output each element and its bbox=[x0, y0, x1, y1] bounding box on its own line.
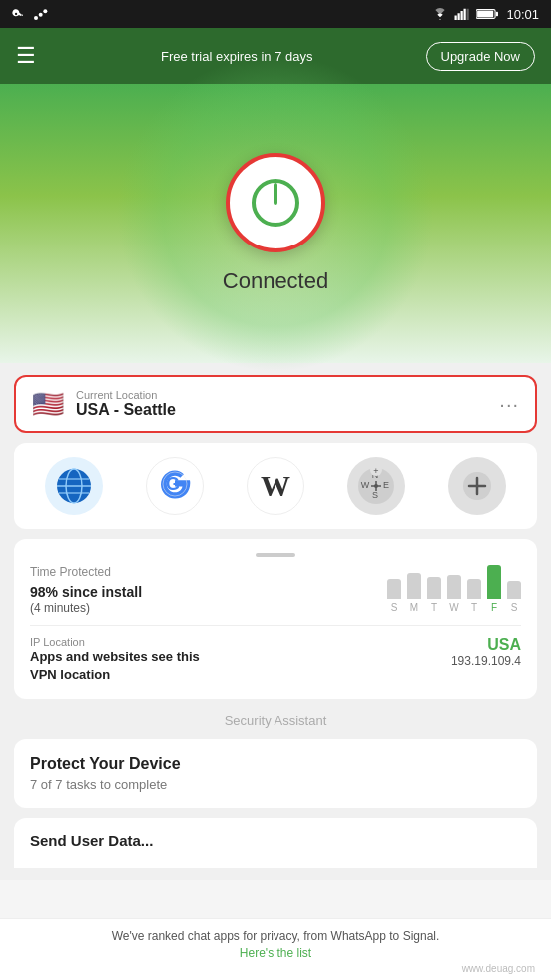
svg-rect-6 bbox=[464, 9, 466, 20]
svg-rect-4 bbox=[458, 13, 460, 20]
svg-point-27 bbox=[374, 484, 378, 488]
wifi-icon bbox=[432, 8, 448, 20]
day-label-sat: S bbox=[511, 602, 518, 613]
scroll-indicator bbox=[256, 553, 295, 557]
ip-label: IP Location bbox=[30, 636, 200, 648]
day-bar-mon bbox=[407, 573, 421, 599]
status-bar-left-icons bbox=[12, 7, 50, 21]
svg-text:S: S bbox=[372, 490, 378, 500]
add-site-icon[interactable] bbox=[448, 457, 506, 515]
ip-info-left: IP Location Apps and websites see thisVP… bbox=[30, 636, 200, 684]
add-svg bbox=[462, 471, 492, 501]
svg-text:E: E bbox=[383, 480, 389, 490]
location-name: USA - Seattle bbox=[76, 401, 487, 419]
svg-rect-10 bbox=[478, 11, 494, 18]
status-bar: 10:01 bbox=[0, 0, 551, 28]
connection-status-label: Connected bbox=[223, 268, 328, 294]
svg-text:W: W bbox=[361, 480, 370, 490]
bottom-link[interactable]: Here's the list bbox=[240, 946, 311, 960]
time-protected-bars: S M T W bbox=[387, 565, 521, 613]
google-quick-icon[interactable]: G G bbox=[146, 457, 204, 515]
svg-point-2 bbox=[43, 9, 47, 13]
globe-svg bbox=[55, 467, 93, 505]
day-col-fri: F bbox=[487, 565, 501, 613]
day-label-mon: M bbox=[410, 602, 418, 613]
day-col-tue: T bbox=[427, 577, 441, 613]
status-bar-right-icons: 10:01 bbox=[432, 7, 539, 22]
quick-access-card: G G W N E S W + bbox=[14, 443, 537, 529]
ip-info-right: USA 193.19.109.4 bbox=[451, 636, 521, 668]
day-bar-fri bbox=[487, 565, 501, 599]
partial-card-title: Send User Data... bbox=[30, 832, 521, 849]
svg-rect-5 bbox=[461, 11, 463, 20]
power-button[interactable] bbox=[226, 153, 325, 252]
svg-point-1 bbox=[39, 13, 43, 17]
bottom-info-bar: We've ranked chat apps for privacy, from… bbox=[0, 918, 551, 980]
upgrade-now-button[interactable]: Upgrade Now bbox=[426, 42, 536, 71]
location-label: Current Location bbox=[76, 389, 487, 401]
svg-rect-3 bbox=[455, 16, 457, 21]
power-icon bbox=[250, 177, 301, 229]
watermark: www.deuag.com bbox=[16, 963, 535, 974]
globe-quick-icon[interactable] bbox=[45, 457, 103, 515]
time-protected-section: Time Protected 98% since install (4 minu… bbox=[30, 565, 521, 615]
cellular-icon bbox=[454, 8, 470, 20]
protect-device-card[interactable]: Protect Your Device 7 of 7 tasks to comp… bbox=[14, 739, 537, 808]
wikipedia-quick-icon[interactable]: W bbox=[247, 457, 304, 515]
compass-svg: N E S W + bbox=[356, 466, 396, 506]
key-icon bbox=[12, 7, 26, 21]
day-label-fri: F bbox=[491, 602, 497, 613]
time-display: 10:01 bbox=[506, 7, 539, 22]
time-protected-label: Time Protected bbox=[30, 565, 142, 579]
time-protected-value: 98% since install bbox=[30, 583, 142, 601]
location-info: Current Location USA - Seattle bbox=[76, 389, 487, 419]
signal-icon bbox=[34, 7, 50, 21]
time-protected-sub: (4 minutes) bbox=[30, 601, 142, 615]
day-col-thu: T bbox=[467, 579, 481, 613]
svg-point-0 bbox=[34, 16, 38, 20]
day-col-sun: S bbox=[387, 579, 401, 613]
flag-icon: 🇺🇸 bbox=[32, 391, 64, 417]
day-bar-wed bbox=[447, 575, 461, 599]
day-col-mon: M bbox=[407, 573, 421, 613]
day-label-thu: T bbox=[471, 602, 477, 613]
day-bar-sun bbox=[387, 579, 401, 599]
partial-next-card: Send User Data... bbox=[14, 818, 537, 868]
location-card[interactable]: 🇺🇸 Current Location USA - Seattle ··· bbox=[14, 375, 537, 433]
battery-icon bbox=[476, 8, 498, 20]
ip-location-section: IP Location Apps and websites see thisVP… bbox=[30, 636, 521, 684]
day-bar-sat bbox=[507, 581, 521, 599]
stats-card: Time Protected 98% since install (4 minu… bbox=[14, 539, 537, 699]
ip-description: Apps and websites see thisVPN location bbox=[30, 648, 200, 684]
google-svg: G bbox=[157, 468, 193, 504]
security-assistant-section-title: Security Assistant bbox=[14, 709, 537, 730]
day-bar-thu bbox=[467, 579, 481, 599]
day-label-tue: T bbox=[431, 602, 437, 613]
hamburger-menu-button[interactable]: ☰ bbox=[16, 43, 48, 69]
main-content: 🇺🇸 Current Location USA - Seattle ··· bbox=[0, 363, 551, 880]
hero-section: Connected bbox=[0, 84, 551, 363]
ip-address: 193.19.109.4 bbox=[451, 654, 521, 668]
protect-sub: 7 of 7 tasks to complete bbox=[30, 777, 521, 792]
svg-text:G: G bbox=[166, 474, 180, 494]
svg-rect-9 bbox=[496, 12, 498, 16]
more-options-icon[interactable]: ··· bbox=[499, 393, 519, 416]
compass-quick-icon[interactable]: N E S W + bbox=[347, 457, 405, 515]
ip-country: USA bbox=[451, 636, 521, 654]
day-label-sun: S bbox=[391, 602, 398, 613]
stats-divider bbox=[30, 625, 521, 626]
bottom-text: We've ranked chat apps for privacy, from… bbox=[16, 929, 535, 943]
protect-title: Protect Your Device bbox=[30, 755, 521, 773]
day-bar-tue bbox=[427, 577, 441, 599]
svg-text:+: + bbox=[373, 466, 378, 476]
day-col-sat: S bbox=[507, 581, 521, 613]
wikipedia-letter: W bbox=[261, 469, 290, 503]
day-col-wed: W bbox=[447, 575, 461, 613]
svg-rect-7 bbox=[467, 9, 469, 20]
time-protected-info: Time Protected 98% since install (4 minu… bbox=[30, 565, 142, 615]
day-label-wed: W bbox=[449, 602, 458, 613]
